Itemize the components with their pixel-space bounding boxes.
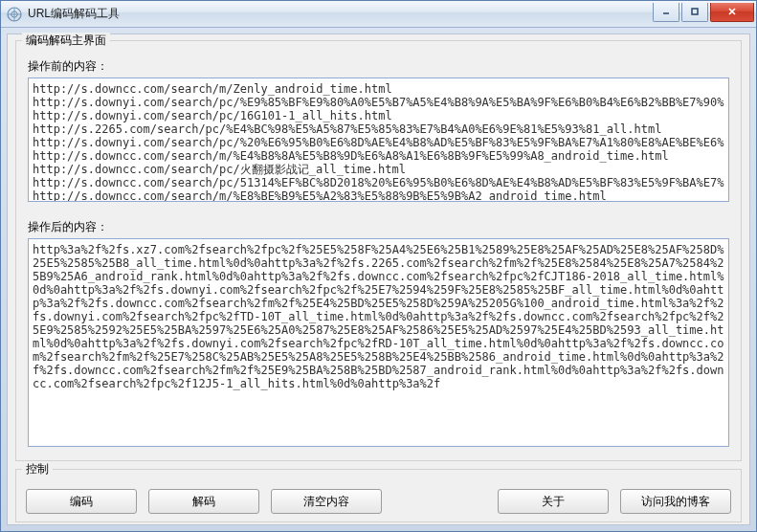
titlebar: URL编码解码工具 [1,1,756,28]
control-group-legend: 控制 [22,461,53,477]
minimize-button[interactable] [653,3,679,22]
main-groupbox: 编码解码主界面 操作前的内容： http://s.downcc.com/sear… [15,40,742,461]
decode-button[interactable]: 解码 [148,489,259,514]
close-button[interactable] [710,3,754,22]
before-label: 操作前的内容： [28,58,108,75]
visit-blog-button[interactable]: 访问我的博客 [620,489,731,514]
main-group-legend: 编码解码主界面 [22,33,110,49]
control-buttons: 编码 解码 清空内容 关于 访问我的博客 [26,489,731,514]
svg-rect-5 [692,9,698,14]
client-area: 编码解码主界面 操作前的内容： http://s.downcc.com/sear… [7,33,750,525]
button-spacer [393,489,486,514]
before-textarea[interactable]: http://s.downcc.com/search/m/Zenly_andro… [28,78,729,202]
control-groupbox: 控制 编码 解码 清空内容 关于 访问我的博客 [15,469,742,522]
app-window: URL编码解码工具 编码解码主界面 操作前的内容： http://s.downc… [0,0,757,532]
maximize-button[interactable] [681,3,708,22]
window-controls [651,3,754,22]
app-icon [7,7,22,22]
clear-button[interactable]: 清空内容 [271,489,382,514]
encode-button[interactable]: 编码 [26,489,137,514]
window-title: URL编码解码工具 [28,6,651,22]
about-button[interactable]: 关于 [498,489,609,514]
after-label: 操作后的内容： [28,219,108,235]
after-textarea[interactable]: http%3a%2f%2fs.xz7.com%2fsearch%2fpc%2f%… [28,238,729,447]
